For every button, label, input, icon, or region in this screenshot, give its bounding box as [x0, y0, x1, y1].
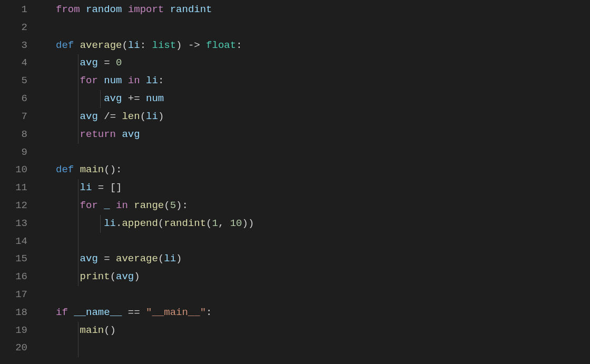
code-line-content: avg /= len(li) [42, 111, 164, 122]
code-line[interactable]: main() [42, 322, 590, 340]
indent-guide [100, 215, 101, 233]
code-line-content: li.append(randint(1, 10)) [42, 218, 254, 229]
code-line[interactable]: return avg [42, 126, 590, 144]
code-line[interactable]: for num in li: [42, 72, 590, 90]
code-line-content [42, 342, 56, 353]
code-line-content: print(avg) [42, 271, 140, 282]
code-line-content: def main(): [42, 164, 122, 175]
indent-guide [78, 250, 78, 268]
code-line-content: if __name__ == "__main__": [42, 307, 212, 318]
line-number: 6 [0, 90, 27, 108]
line-number: 13 [0, 215, 27, 233]
code-line-content: def average(li: list) -> float: [42, 40, 242, 51]
code-line[interactable]: avg /= len(li) [42, 108, 590, 126]
code-line[interactable] [42, 19, 590, 37]
code-line-content: avg = average(li) [42, 253, 182, 264]
code-line-content: avg = 0 [42, 57, 122, 68]
code-line-content: avg += num [42, 93, 164, 104]
indent-guide [78, 72, 78, 90]
code-line[interactable] [42, 144, 590, 162]
code-line[interactable]: print(avg) [42, 268, 590, 286]
code-line[interactable]: from random import randint [42, 1, 590, 19]
code-editor[interactable]: 1234567891011121314151617181920 from ran… [0, 0, 590, 357]
indent-guide [78, 268, 78, 286]
code-line-content: main() [42, 324, 116, 336]
code-line-content [42, 22, 56, 33]
code-line[interactable]: avg = average(li) [42, 250, 590, 268]
code-line[interactable]: li = [] [42, 179, 590, 197]
line-number: 19 [0, 322, 27, 340]
line-number: 5 [0, 72, 27, 90]
line-number: 1 [0, 1, 27, 19]
code-line-content [42, 235, 56, 247]
line-number: 12 [0, 197, 27, 215]
line-number: 11 [0, 179, 27, 197]
line-number: 9 [0, 144, 27, 162]
line-number: 2 [0, 19, 27, 37]
indent-guide [78, 54, 78, 72]
line-number-gutter: 1234567891011121314151617181920 [0, 1, 42, 357]
code-line-content [42, 289, 56, 300]
line-number: 15 [0, 250, 27, 268]
code-line-content: return avg [42, 129, 140, 140]
code-line[interactable] [42, 233, 590, 251]
code-line-content [42, 146, 56, 158]
code-line-content: li = [] [42, 182, 122, 193]
code-line[interactable]: avg = 0 [42, 54, 590, 72]
line-number: 20 [0, 339, 27, 357]
code-line[interactable]: avg += num [42, 90, 590, 108]
line-number: 18 [0, 304, 27, 322]
indent-guide [78, 233, 78, 251]
indent-guide [78, 108, 78, 126]
line-number: 8 [0, 126, 27, 144]
line-number: 16 [0, 268, 27, 286]
indent-guide [78, 179, 78, 197]
code-area[interactable]: from random import randintdef average(li… [42, 1, 590, 357]
code-line[interactable]: li.append(randint(1, 10)) [42, 215, 590, 233]
line-number: 7 [0, 108, 27, 126]
code-line[interactable]: for _ in range(5): [42, 197, 590, 215]
code-line-content: for _ in range(5): [42, 200, 188, 211]
code-line[interactable] [42, 339, 590, 357]
indent-guide [78, 126, 78, 144]
indent-guide [78, 215, 78, 233]
indent-guide [78, 339, 78, 357]
indent-guide [78, 90, 78, 108]
code-line[interactable] [42, 286, 590, 304]
line-number: 4 [0, 54, 27, 72]
line-number: 10 [0, 161, 27, 179]
code-line-content: for num in li: [42, 75, 164, 86]
line-number: 14 [0, 233, 27, 251]
indent-guide [100, 90, 101, 108]
line-number: 3 [0, 37, 27, 55]
indent-guide [78, 322, 78, 340]
code-line[interactable]: def main(): [42, 161, 590, 179]
line-number: 17 [0, 286, 27, 304]
code-line-content: from random import randint [42, 4, 212, 15]
indent-guide [78, 197, 78, 215]
code-line[interactable]: if __name__ == "__main__": [42, 304, 590, 322]
code-line[interactable]: def average(li: list) -> float: [42, 37, 590, 55]
